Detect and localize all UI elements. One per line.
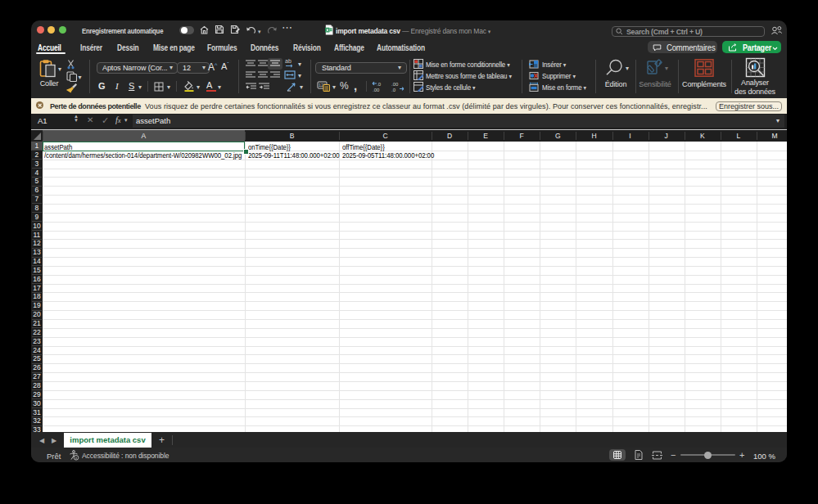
svg-text:.00: .00 xyxy=(391,82,399,87)
svg-text:.00: .00 xyxy=(373,88,380,92)
svg-text:.0: .0 xyxy=(391,88,396,92)
svg-text:.0: .0 xyxy=(377,82,382,87)
svg-text:ab: ab xyxy=(285,58,291,64)
